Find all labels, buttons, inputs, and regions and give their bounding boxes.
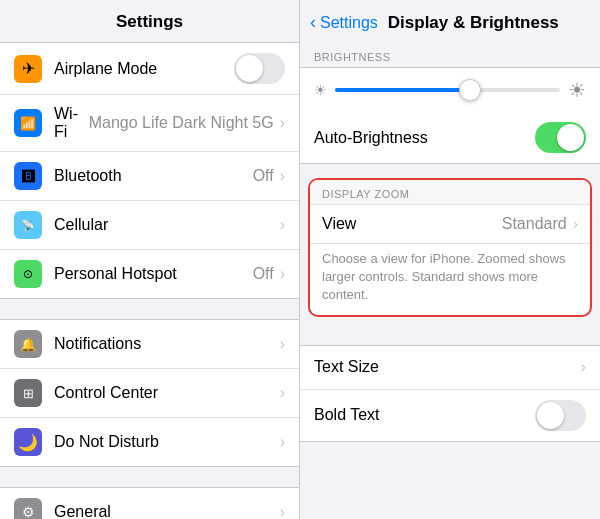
text-options-group: Text Size › Bold Text <box>300 345 600 442</box>
sun-large-icon: ☀ <box>568 78 586 102</box>
notifications-icon: 🔔 <box>14 330 42 358</box>
brightness-section-header: BRIGHTNESS <box>300 43 600 67</box>
cellular-label: Cellular <box>54 216 276 234</box>
right-header: ‹ Settings Display & Brightness <box>300 0 600 43</box>
bold-text-row[interactable]: Bold Text <box>300 390 600 441</box>
view-label: View <box>322 215 502 233</box>
brightness-slider-fill <box>335 88 470 92</box>
wifi-icon: 📶 <box>14 109 42 137</box>
bluetooth-row[interactable]: 🅱 Bluetooth Off › <box>0 152 299 201</box>
bluetooth-chevron: › <box>280 167 285 185</box>
do-not-disturb-chevron: › <box>280 433 285 451</box>
control-center-row[interactable]: ⊞ Control Center › <box>0 369 299 418</box>
text-size-row[interactable]: Text Size › <box>300 346 600 390</box>
wifi-value: Mango Life Dark Night 5G <box>89 114 274 132</box>
bluetooth-icon: 🅱 <box>14 162 42 190</box>
settings-group-system: 🔔 Notifications › ⊞ Control Center › 🌙 D… <box>0 319 299 467</box>
view-row[interactable]: View Standard › <box>310 204 590 243</box>
view-value: Standard <box>502 215 567 233</box>
general-row[interactable]: ⚙ General › <box>0 488 299 519</box>
airplane-mode-row[interactable]: ✈ Airplane Mode <box>0 43 299 95</box>
general-icon: ⚙ <box>14 498 42 519</box>
notifications-label: Notifications <box>54 335 276 353</box>
control-center-label: Control Center <box>54 384 276 402</box>
auto-brightness-toggle[interactable] <box>535 122 586 153</box>
right-panel-title: Display & Brightness <box>388 13 559 33</box>
brightness-group: ☀ ☀ Auto-Brightness <box>300 67 600 164</box>
wifi-row[interactable]: 📶 Wi-Fi Mango Life Dark Night 5G › <box>0 95 299 152</box>
do-not-disturb-label: Do Not Disturb <box>54 433 276 451</box>
view-chevron: › <box>573 215 578 233</box>
bluetooth-value: Off <box>253 167 274 185</box>
back-label[interactable]: Settings <box>320 14 378 32</box>
airplane-toggle[interactable] <box>234 53 285 84</box>
hotspot-row[interactable]: ⊙ Personal Hotspot Off › <box>0 250 299 298</box>
bold-text-label: Bold Text <box>314 406 535 424</box>
cellular-icon: 📡 <box>14 211 42 239</box>
back-button[interactable]: ‹ Settings <box>310 12 378 33</box>
back-chevron-icon: ‹ <box>310 12 316 33</box>
auto-brightness-knob <box>557 124 584 151</box>
control-center-icon: ⊞ <box>14 379 42 407</box>
display-brightness-panel: ‹ Settings Display & Brightness BRIGHTNE… <box>300 0 600 519</box>
brightness-slider-thumb[interactable] <box>459 79 481 101</box>
text-size-label: Text Size <box>314 358 577 376</box>
toggle-knob <box>236 55 263 82</box>
hotspot-label: Personal Hotspot <box>54 265 253 283</box>
notifications-row[interactable]: 🔔 Notifications › <box>0 320 299 369</box>
settings-left-panel: Settings ✈ Airplane Mode 📶 Wi-Fi Mango L… <box>0 0 300 519</box>
do-not-disturb-row[interactable]: 🌙 Do Not Disturb › <box>0 418 299 466</box>
bluetooth-label: Bluetooth <box>54 167 253 185</box>
control-center-chevron: › <box>280 384 285 402</box>
airplane-icon: ✈ <box>14 55 42 83</box>
hotspot-value: Off <box>253 265 274 283</box>
view-description: Choose a view for iPhone. Zoomed shows l… <box>310 243 590 315</box>
auto-brightness-row[interactable]: Auto-Brightness <box>300 112 600 163</box>
do-not-disturb-icon: 🌙 <box>14 428 42 456</box>
cellular-row[interactable]: 📡 Cellular › <box>0 201 299 250</box>
hotspot-icon: ⊙ <box>14 260 42 288</box>
sun-small-icon: ☀ <box>314 82 327 98</box>
brightness-slider-track[interactable] <box>335 88 560 92</box>
text-size-chevron: › <box>581 358 586 376</box>
wifi-label: Wi-Fi <box>54 105 89 141</box>
notifications-chevron: › <box>280 335 285 353</box>
display-zoom-header: DISPLAY ZOOM <box>310 180 590 204</box>
general-chevron: › <box>280 503 285 519</box>
settings-group-personalization: ⚙ General › AA Display & Brightness › 🌸 … <box>0 487 299 519</box>
bold-text-knob <box>537 402 564 429</box>
left-panel-title: Settings <box>0 0 299 42</box>
hotspot-chevron: › <box>280 265 285 283</box>
general-label: General <box>54 503 276 519</box>
auto-brightness-label: Auto-Brightness <box>314 129 535 147</box>
bold-text-toggle[interactable] <box>535 400 586 431</box>
settings-group-connectivity: ✈ Airplane Mode 📶 Wi-Fi Mango Life Dark … <box>0 42 299 299</box>
wifi-chevron: › <box>280 114 285 132</box>
cellular-chevron: › <box>280 216 285 234</box>
brightness-slider-row[interactable]: ☀ ☀ <box>300 68 600 112</box>
display-zoom-section: DISPLAY ZOOM View Standard › Choose a vi… <box>308 178 592 317</box>
airplane-label: Airplane Mode <box>54 60 234 78</box>
